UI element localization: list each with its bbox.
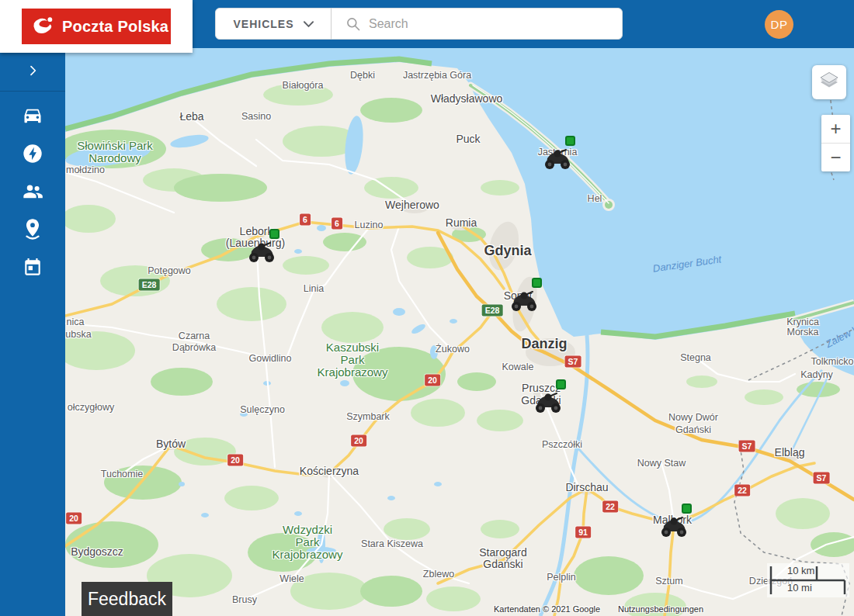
sidebar-expand-button[interactable] [0, 53, 65, 92]
vehicle-status-badge [682, 504, 692, 514]
people-icon [21, 181, 44, 206]
vehicle-marker-malbork[interactable] [658, 516, 689, 538]
poczta-polska-logo[interactable]: Poczta Polska [22, 9, 171, 44]
sidebar-item-events[interactable] [16, 144, 50, 167]
user-avatar[interactable]: DP [765, 10, 793, 39]
chevron-right-icon [26, 64, 39, 80]
search-icon [332, 16, 369, 32]
scale-mi-label: 10 mi [787, 582, 812, 594]
search-category-label: VEHICLES [233, 18, 293, 30]
scale-km-label: 10 km [787, 565, 814, 576]
zoom-out-button[interactable]: − [821, 144, 850, 171]
sidebar-nav [0, 48, 65, 616]
avatar-initials: DP [771, 18, 788, 31]
search-input[interactable] [369, 17, 622, 31]
map-copyright: Kartendaten © 2021 Google [494, 604, 600, 614]
sidebar-item-schedule[interactable] [16, 258, 50, 281]
map-scale-control: 10 km 10 mi [767, 563, 849, 597]
logo-panel: Poczta Polska [0, 0, 193, 53]
motorcycle-icon [542, 148, 573, 170]
vehicle-status-badge [269, 229, 279, 239]
vehicle-marker-jastarnia[interactable] [542, 148, 573, 170]
map-zoom-control: + − [821, 115, 850, 171]
map-layers-button[interactable] [812, 65, 846, 99]
motorcycle-icon [533, 392, 564, 414]
sidebar-item-drivers[interactable] [16, 182, 50, 205]
motorcycle-icon [246, 241, 277, 263]
chevron-down-icon [304, 17, 314, 31]
feedback-button[interactable]: Feedback [82, 582, 172, 616]
search-category-dropdown[interactable]: VEHICLES [216, 9, 331, 39]
posthorn-icon [30, 13, 56, 40]
motorcycle-icon [658, 516, 689, 538]
zoom-in-button[interactable]: + [821, 115, 850, 143]
map-canvas[interactable]: GdyniaDanzigBiałogóraDębkiJastrzębia Gór… [65, 48, 854, 616]
vehicle-marker-lebork[interactable] [246, 241, 277, 263]
vehicle-marker-sopot[interactable] [509, 290, 540, 312]
vehicle-status-badge [565, 136, 575, 146]
map-marker-layer [65, 48, 854, 616]
terms-of-use-link[interactable]: Nutzungsbedingungen [618, 604, 703, 614]
location-pin-icon [22, 218, 43, 244]
bolt-icon [22, 143, 43, 168]
search-bar: VEHICLES [215, 8, 623, 40]
car-icon [22, 105, 43, 130]
vehicle-status-badge [532, 278, 542, 288]
vehicle-marker-pruszcz-gdanski[interactable] [533, 392, 564, 414]
brand-text: Poczta Polska [62, 18, 168, 36]
layers-icon [818, 70, 840, 95]
motorcycle-icon [509, 290, 540, 312]
sidebar-item-locations[interactable] [16, 220, 50, 243]
calendar-icon [23, 258, 43, 281]
sidebar-item-vehicles[interactable] [16, 106, 50, 129]
vehicle-status-badge [556, 379, 566, 389]
